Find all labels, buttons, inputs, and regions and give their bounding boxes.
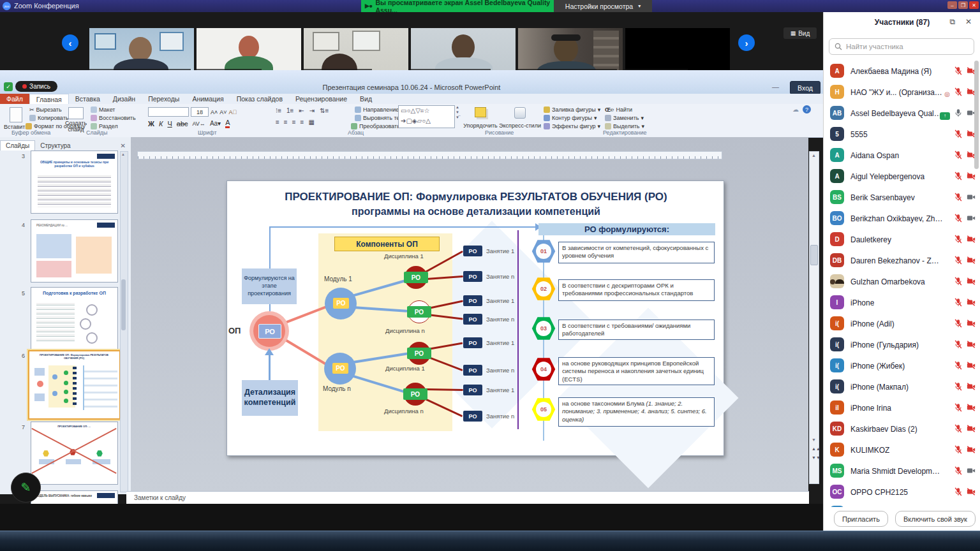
strip-prev-arrow[interactable]: ‹ [62, 34, 78, 51]
quick-styles-button[interactable]: Экспресс-стили [500, 106, 540, 129]
unmute-button[interactable]: Включить свой звук [895, 511, 976, 527]
tab-review[interactable]: Рецензирование [289, 94, 353, 104]
participant-row[interactable]: Gulzhan Omarbekova [824, 271, 980, 292]
participant-row[interactable]: OCOPPO CPH2125 [824, 481, 980, 503]
slide-thumbnail-7[interactable]: ПРОЕКТИРОВАНИЕ ОП: ... [31, 422, 118, 485]
participant-row[interactable]: i(iPhone (Adil) [824, 313, 980, 334]
participant-row[interactable]: DDauletkerey [824, 229, 980, 250]
panel-scrollbar[interactable]: ▲ [120, 151, 128, 492]
restore-button[interactable]: ❐ [958, 1, 968, 9]
participant-row[interactable]: ABAssel Bedelbayeva Quality ...↑ [824, 103, 980, 124]
close-button[interactable]: ✕ [969, 1, 979, 9]
invite-button[interactable]: Пригласить [834, 511, 888, 527]
tab-outline[interactable]: Структура [35, 141, 75, 151]
arrange-button[interactable]: Упорядочить [464, 106, 496, 129]
participant-row[interactable]: ААлекбаева Мадина (Я) [824, 61, 980, 82]
columns-button[interactable]: ▦ [308, 119, 314, 126]
char-spacing-button[interactable]: AV↔ [193, 121, 205, 127]
participant-row[interactable]: AAidana Ospan [824, 145, 980, 166]
font-color-button[interactable]: A [225, 119, 230, 128]
ppt-titlebar[interactable]: ✓ Запись Презентация семинара 10.06.24 -… [0, 70, 823, 94]
participant-row[interactable]: i(iPhone (Гульдария) [824, 334, 980, 355]
participant-row[interactable]: DBDauren Bekezhanov - Zhetysu u... [824, 250, 980, 271]
view-button[interactable]: ▦Вид [783, 27, 817, 39]
tab-animations[interactable]: Анимация [186, 94, 230, 104]
align-center-button[interactable]: ≡ [284, 119, 288, 126]
tab-design[interactable]: Дизайн [107, 94, 142, 104]
shape-fill-button[interactable]: Заливка фигуры ▾ [544, 107, 600, 113]
view-settings-button[interactable]: Настройки просмотра ▾ [554, 0, 652, 12]
find-button[interactable]: Œ℮Найти [605, 107, 632, 113]
align-right-button[interactable]: ≡ [292, 119, 296, 126]
ppt-minimize-button[interactable]: — [772, 83, 779, 91]
help-icon[interactable]: ? [803, 105, 811, 114]
tab-insert[interactable]: Вставка [69, 94, 107, 104]
tab-home[interactable]: Главная [29, 94, 69, 105]
tab-slideshow[interactable]: Показ слайдов [230, 94, 289, 104]
shape-outline-button[interactable]: Контур фигуры ▾ [544, 115, 597, 121]
shrink-font-button[interactable]: A˅ [219, 109, 226, 115]
ppt-scrollbar[interactable]: ▲ ▼ ▲▲ ▼▼ [809, 151, 819, 484]
participant-row[interactable]: iIiPhone Irina [824, 397, 980, 418]
participant-row[interactable]: AAigul Yelepbergenova [824, 166, 980, 187]
strikethrough-button[interactable]: abc [177, 120, 188, 128]
grow-font-button[interactable]: A˄ [211, 109, 218, 115]
scroll-down-icon[interactable]: ▼ [812, 437, 816, 442]
panel-close-icon[interactable]: ✕ [121, 142, 126, 149]
numbering-button[interactable]: 1≡ [286, 107, 293, 114]
tab-slides-thumbs[interactable]: Слайды [0, 140, 35, 151]
decrease-indent-button[interactable]: ⇤ [299, 107, 304, 114]
strip-next-arrow[interactable]: › [738, 34, 755, 51]
increase-indent-button[interactable]: ⇥ [309, 107, 315, 114]
slide-thumbnail-4[interactable]: РЕКОМЕНДАЦИИ по ... [31, 219, 118, 283]
minimize-button[interactable]: – [947, 1, 957, 9]
search-input[interactable]: Найти участника [829, 38, 974, 55]
participant-row[interactable]: BSBerik Sarsenbayev [824, 187, 980, 208]
change-case-button[interactable]: Aa▾ [210, 120, 221, 127]
replace-button[interactable]: Заменить ▾ [605, 115, 644, 121]
reset-button[interactable]: Восстановить [91, 115, 136, 121]
participant-row[interactable]: IiPhone [824, 292, 980, 313]
paste-button[interactable]: Вставить [5, 106, 27, 130]
participant-row[interactable]: ННАО "ЖУ и... (Организатор)◎ [824, 82, 980, 103]
next-slide-icon[interactable]: ▼▼ [812, 455, 820, 460]
slide-thumbnail-6-selected[interactable]: ПРОЕКТИРОВАНИЕ ОП: Формулировка РЕЗУЛЬТА… [28, 350, 121, 420]
annotation-pencil-button[interactable]: ✎ [11, 473, 41, 503]
line-spacing-button[interactable]: ⇅≡ [320, 107, 329, 114]
justify-button[interactable]: ≡ [301, 119, 304, 126]
tab-file[interactable]: Файл [0, 94, 29, 104]
shape-effects-button[interactable]: Эффекты фигур ▾ [544, 123, 600, 129]
scroll-thumb[interactable] [121, 279, 126, 330]
tab-view[interactable]: Вид [353, 94, 378, 104]
shapes-gallery[interactable]: ▭○△▽⌗☆➔▢◈▱○△ [398, 105, 455, 128]
cut-button[interactable]: ✂Вырезать [29, 107, 62, 113]
new-slide-button[interactable]: Создать слайд [64, 106, 88, 133]
shapes-scroll[interactable]: ▲▼▼̅ [454, 105, 461, 119]
participant-row[interactable] [824, 503, 980, 507]
prev-slide-icon[interactable]: ▲▲ [812, 446, 820, 451]
font-size-combo[interactable]: 18 [191, 107, 209, 117]
slide-thumbnail-5[interactable]: Подготовка к разработке ОП [31, 287, 118, 350]
select-button[interactable]: Выделить ▾ [605, 123, 644, 129]
underline-button[interactable]: Ч [167, 120, 172, 128]
participant-row[interactable]: MSMaria Shmidt Development of ... [824, 460, 980, 481]
copy-button[interactable]: Копировать [29, 115, 68, 121]
layout-button[interactable]: Макет [91, 107, 115, 113]
panel-scroll-thumb[interactable] [974, 61, 979, 169]
participant-row[interactable]: 55555 [824, 124, 980, 145]
popout-icon[interactable]: ⧉ [949, 17, 955, 26]
italic-button[interactable]: К [159, 120, 163, 128]
bullets-button[interactable]: ⁝≡ [276, 107, 281, 114]
slide-thumbnail-3[interactable]: ОБЩИЕ принципы и основные тезисы при раз… [31, 151, 118, 214]
bold-button[interactable]: Ж [148, 120, 154, 128]
tab-transitions[interactable]: Переходы [142, 94, 186, 104]
participant-row[interactable]: KDKaskirbaev Dias (2) [824, 418, 980, 439]
scroll-up-icon[interactable]: ▲ [812, 153, 816, 158]
signin-button[interactable]: Вход [790, 81, 820, 94]
font-name-combo[interactable] [148, 107, 189, 117]
participant-row[interactable]: i(iPhone (Макпал) [824, 376, 980, 397]
scroll-thumb[interactable] [810, 245, 818, 265]
notes-pane[interactable]: Заметки к слайду [126, 491, 809, 504]
participant-row[interactable]: i(iPhone (Жибек) [824, 355, 980, 376]
panel-close-icon[interactable]: ✕ [965, 17, 972, 26]
